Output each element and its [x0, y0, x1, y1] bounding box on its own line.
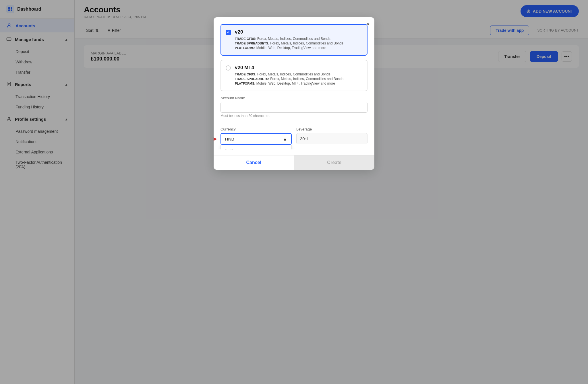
leverage-label: Leverage: [296, 127, 368, 131]
v20-checkbox: [226, 30, 231, 35]
currency-label: Currency: [220, 127, 292, 131]
modal-close-button[interactable]: ×: [366, 21, 370, 27]
v20-details: v20 TRADE CFDs: Forex, Metals, Indices, …: [235, 29, 343, 50]
v20-trade-cfds: TRADE CFDs: Forex, Metals, Indices, Comm…: [235, 37, 343, 41]
v20-mt4-platforms: PLATFORMS: Mobile, Web, Desktop, MT4, Tr…: [235, 81, 343, 85]
currency-leverage-row: Currency HKD: [220, 122, 368, 145]
v20-mt4-name: v20 MT4: [235, 65, 343, 71]
account-name-hint: Must be less than 30 characters.: [220, 114, 368, 118]
account-type-v20[interactable]: v20 TRADE CFDs: Forex, Metals, Indices, …: [220, 24, 368, 56]
currency-col: Currency HKD: [220, 122, 292, 145]
v20-name: v20: [235, 29, 343, 35]
account-name-label: Account Name: [220, 96, 368, 100]
modal-cancel-button[interactable]: Cancel: [214, 155, 294, 170]
modal-body: v20 TRADE CFDs: Forex, Metals, Indices, …: [214, 17, 374, 149]
modal-create-button[interactable]: Create: [294, 155, 375, 170]
currency-selected-value: HKD: [225, 137, 235, 141]
v20-trade-spreadbets: TRADE SPREADBETS: Forex, Metals, Indices…: [235, 41, 343, 45]
currency-option-eur[interactable]: EUR: [221, 145, 291, 149]
modal-overlay: × v20 TRADE CFDs: Forex, Metals, Indices…: [0, 0, 588, 384]
v20-platforms: PLATFORMS: Mobile, Web, Desktop, Trading…: [235, 46, 343, 50]
account-type-v20-mt4[interactable]: v20 MT4 TRADE CFDs: Forex, Metals, Indic…: [220, 60, 368, 91]
v20-mt4-trade-cfds: TRADE CFDs: Forex, Metals, Indices, Comm…: [235, 72, 343, 76]
leverage-input[interactable]: [296, 133, 368, 144]
red-arrow-icon: [214, 134, 218, 144]
modal-footer: Cancel Create: [214, 155, 374, 170]
v20-mt4-radio: [226, 65, 231, 71]
chevron-up-icon: ▲: [283, 137, 287, 141]
v20-mt4-details: v20 MT4 TRADE CFDs: Forex, Metals, Indic…: [235, 65, 343, 86]
currency-select-button[interactable]: HKD ▲: [220, 133, 292, 145]
currency-dropdown: EUR GBP HKD JPY SGD: [220, 145, 292, 149]
v20-mt4-trade-spreadbets: TRADE SPREADBETS: Forex, Metals, Indices…: [235, 77, 343, 81]
currency-select-wrapper: HKD ▲: [220, 133, 292, 145]
add-account-modal: × v20 TRADE CFDs: Forex, Metals, Indices…: [214, 17, 374, 170]
leverage-col: Leverage: [296, 122, 368, 145]
account-name-input[interactable]: [220, 102, 368, 113]
